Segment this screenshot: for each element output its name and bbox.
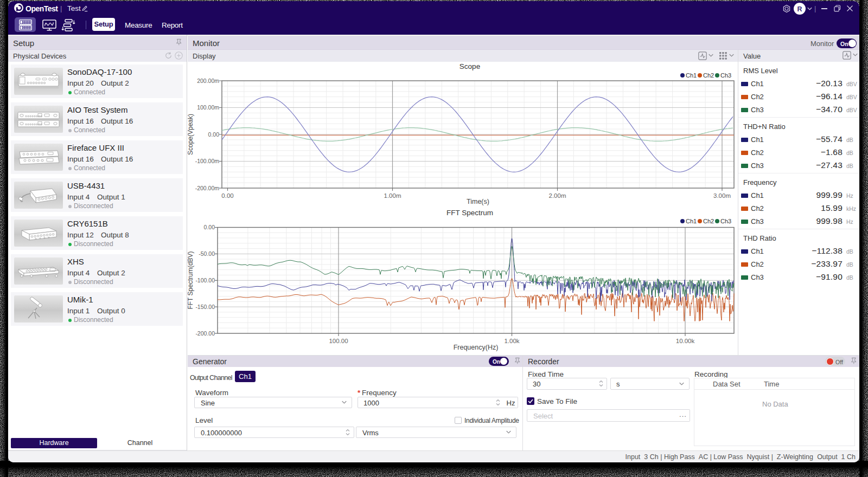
svg-text:FFT Spectrum(dBV): FFT Spectrum(dBV): [188, 251, 194, 309]
svg-text:Time(s): Time(s): [467, 198, 489, 205]
svg-text:Ch2: Ch2: [703, 72, 714, 79]
svg-text:Scope(Vpeak): Scope(Vpeak): [188, 114, 194, 155]
svg-text:Ch1: Ch1: [686, 218, 697, 224]
svg-text:3.00m: 3.00m: [713, 192, 731, 199]
svg-text:-200.00: -200.00: [195, 330, 215, 337]
svg-text:100.00m: 100.00m: [197, 104, 219, 111]
svg-text:Ch1: Ch1: [686, 72, 697, 79]
svg-text:-150.00: -150.00: [195, 304, 215, 310]
svg-text:0.00: 0.00: [221, 192, 233, 199]
svg-text:-200.00m: -200.00m: [195, 185, 220, 191]
svg-text:-100.00m: -100.00m: [195, 158, 220, 164]
svg-text:0.00: 0.00: [204, 224, 215, 230]
svg-text:Ch3: Ch3: [720, 218, 731, 224]
svg-text:200.00m: 200.00m: [197, 78, 219, 84]
svg-text:FFT Spectrum: FFT Spectrum: [446, 209, 493, 217]
svg-text:0.00: 0.00: [208, 131, 220, 138]
svg-text:1.00m: 1.00m: [384, 192, 401, 199]
svg-text:Scope: Scope: [459, 62, 480, 70]
svg-text:10.00k: 10.00k: [676, 338, 695, 344]
svg-text:R: R: [797, 5, 802, 13]
svg-text:100.00: 100.00: [329, 338, 348, 344]
svg-text:-100.00: -100.00: [195, 277, 215, 283]
svg-text:Frequency(Hz): Frequency(Hz): [454, 344, 499, 351]
svg-text:2.00m: 2.00m: [549, 192, 566, 199]
svg-text:Ch3: Ch3: [720, 72, 731, 79]
svg-text:1.00k: 1.00k: [504, 338, 519, 344]
svg-text:Ch2: Ch2: [703, 218, 714, 224]
svg-text:-50.00: -50.00: [199, 250, 215, 257]
